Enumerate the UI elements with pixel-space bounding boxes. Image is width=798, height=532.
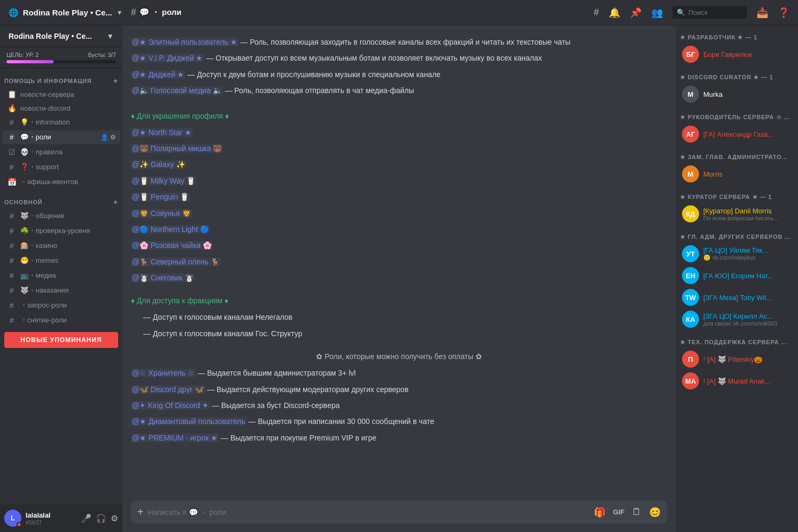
mention-dj[interactable]: @★ Диджей ★ (131, 70, 185, 79)
mention-banner[interactable]: НОВЫЕ УПОМИНАНИЯ (4, 332, 118, 348)
role-polar-bear: @🐻 Полярный мишка 🐻 (122, 140, 676, 156)
channel-actions: 👤 ⚙ (101, 134, 116, 141)
role-premium: @★ PREMIUM - игрок ★ — Выдается при поку… (122, 430, 676, 446)
channel-nakazania[interactable]: # 🐺・наказания (2, 284, 120, 297)
channel-kazino[interactable]: # 🎰・казино (2, 239, 120, 253)
mention-polar-bear[interactable]: @🐻 Полярный мишка 🐻 (131, 144, 223, 153)
channel-pravila[interactable]: ☑ 💀・правила (2, 145, 120, 159)
member-egorim[interactable]: ЕН [ГА ЮО] Егорим Нат... (678, 265, 796, 286)
channel-header: # 💬 ・ роли (131, 7, 594, 18)
boost-bar (6, 60, 116, 63)
attach-button[interactable]: + (137, 506, 144, 518)
settings-icon[interactable]: ⚙ (111, 513, 118, 523)
member-sub: для связи: vk.com/smok003 (703, 320, 792, 327)
mention-discord-drug[interactable]: @🦋 Discord друг 🦋 (131, 385, 205, 394)
channel-information[interactable]: # 💡・information (2, 115, 120, 129)
channel-snyatie-roli[interactable]: # ・снятие-роли (2, 313, 120, 327)
member-piterskiy[interactable]: П ! [A] 🐺 Piterskiy🎃 (678, 348, 796, 370)
headphones-icon[interactable]: 🎧 (96, 513, 106, 523)
member-category-other-servers: ★ ГЛ. АДМ. ДРУГИХ СЕРВЕРОВ ... (676, 225, 798, 243)
mention-king-of-discord[interactable]: @✦ King Of Discord ✦ (131, 401, 210, 410)
left-sidebar: Rodina Role Play • Ce... ▼ ЦЕЛЬ: УР. 2 Б… (0, 26, 122, 532)
mention-severny-olen[interactable]: @🦌 Северный олень 🦌 (131, 257, 221, 266)
search-placeholder: Поиск (688, 9, 708, 16)
mention-galaxy[interactable]: @✨ Galaxy ✨ (131, 160, 186, 169)
member-murad[interactable]: МА ! [A] 🐺 Murad Anak... (678, 370, 796, 392)
pin-icon[interactable]: 📌 (630, 7, 642, 19)
gift-icon[interactable]: 🎁 (594, 506, 605, 518)
hash-channel-icon: # (6, 212, 17, 220)
member-uyliam[interactable]: УТ [ГА ЦО] Уйлям Тяк... 🙂 vk.com/mitayku… (678, 243, 796, 264)
bell-icon[interactable]: 🔔 (609, 7, 620, 19)
boost-count-label: Бусты: 3/7 (88, 52, 116, 58)
mention-north-star[interactable]: @★ North Star ★ (131, 128, 193, 137)
member-info: [ГА ЦО] Уйлям Тяк... 🙂 vk.com/mitaykus (703, 246, 792, 261)
mention-sovunya[interactable]: @🦁 Совунья 🦁 (131, 209, 192, 218)
boost-fill (6, 60, 54, 63)
help-icon[interactable]: ❓ (778, 7, 789, 19)
checkbox-icon: ☑ (6, 148, 17, 156)
emoji-icon[interactable]: 😊 (649, 506, 661, 518)
channel-novosti-discord[interactable]: 🔥 новости-discord (2, 102, 120, 114)
channel-novosti-servera[interactable]: 📋 новости-сервера (2, 88, 120, 101)
member-category-dev: ★ РАЗРАБОТЧИК ★ — 1 (676, 26, 798, 43)
channel-proverka[interactable]: # ☘️・проверка-уровня (2, 224, 120, 238)
role-severny-olen: @🦌 Северный олень 🦌 (122, 254, 676, 270)
message-dj: @★ Диджей ★ — Доступ к двум ботам и прос… (122, 66, 676, 82)
hashtag-icon[interactable]: # (594, 7, 599, 18)
member-borya[interactable]: БГ Боря Гаврилюк (678, 44, 796, 65)
add-channel-main-button[interactable]: + (113, 198, 118, 206)
members-icon[interactable]: 👥 (651, 7, 663, 19)
top-bar: 🌐 Rodina Role Play • Ce... ▼ # 💬 ・ роли … (0, 0, 798, 26)
announce-icon: 📅 (6, 178, 17, 186)
announce-icon: 📋 (6, 90, 17, 98)
mention-rozovaya-chayka[interactable]: @🌸 Розовая чайка 🌸 (131, 241, 213, 250)
user-info: lalalalal #5637 (26, 511, 77, 526)
member-kirill[interactable]: КА [ЗГА ЦО] Кирилл Ас... для связи: vk.c… (678, 309, 796, 330)
hash-channel-icon: # (6, 118, 17, 127)
channel-obshenie[interactable]: # 🐺・общение (2, 209, 120, 223)
category-help-label: ПОМОЩЬ И ИНФОРМАЦИЯ (4, 78, 92, 84)
server-title: Rodina Role Play • Ce... (9, 32, 92, 40)
mention-penguin[interactable]: @🥛 Penguin 🥛 (131, 193, 190, 201)
member-name: [Куратор] Danil Morris (703, 207, 792, 215)
member-name: [ГА] Александр Газа... (703, 130, 792, 138)
mention-milky-way[interactable]: @🥛 Milky Way 🥛 (131, 177, 196, 185)
server-header[interactable]: Rodina Role Play • Ce... ▼ (0, 26, 122, 47)
member-danil[interactable]: КД [Куратор] Danil Morris По всем вопрос… (678, 203, 796, 225)
member-morris[interactable]: M Morris (678, 163, 796, 185)
server-name-header[interactable]: 🌐 Rodina Role Play • Ce... ▼ (9, 8, 131, 18)
channel-name: ・запрос-роли (20, 301, 116, 310)
mention-diamond[interactable]: @★ Диамантовый пользователь (131, 417, 246, 426)
user-avatar: L (4, 510, 21, 527)
user-tag-label: #5637 (26, 519, 77, 526)
channel-media[interactable]: # 📺・медиа (2, 269, 120, 282)
mention-khranitel[interactable]: @☆ Хранитель ☆ (131, 369, 196, 377)
channel-memes[interactable]: # 😁・memes (2, 254, 120, 268)
mention-vip-dj[interactable]: @★ V.I.P. Диджей ★ (131, 54, 204, 62)
gif-icon[interactable]: GIF (613, 508, 625, 516)
sticker-icon[interactable]: 🗒 (632, 506, 642, 518)
member-toby[interactable]: TW [ЗГА Mesa] Toby Wil... (678, 287, 796, 308)
role-sovunya: @🦁 Совунья 🦁 (122, 205, 676, 221)
mention-snegovik[interactable]: @☃️ Снеговик ☃️ (131, 273, 195, 282)
search-box[interactable]: 🔍 Поиск (672, 6, 747, 19)
inbox-icon[interactable]: 📥 (757, 7, 768, 19)
add-channel-button[interactable]: + (113, 77, 118, 85)
mention-premium[interactable]: @★ PREMIUM - игрок ★ (131, 434, 219, 442)
mention-elite[interactable]: @★ Элитный пользователь ★ (131, 38, 238, 46)
channel-support[interactable]: # ❓・support (2, 160, 120, 174)
mention-voice-media[interactable]: @🔈 Голосовой медиа 🔈 (131, 86, 223, 95)
channel-roli[interactable]: # 💬・роли 👤 ⚙ (2, 130, 120, 144)
channel-afisha[interactable]: 📅 ・афиша-ивентов (2, 175, 120, 189)
mention-northern-light[interactable]: @🔵 Northern Light 🔵 (131, 225, 210, 234)
member-murka[interactable]: M Murka (678, 84, 796, 105)
channel-zapros-roli[interactable]: # ・запрос-роли (2, 298, 120, 312)
member-sub: По всем вопросам писать... (703, 215, 792, 221)
microphone-icon[interactable]: 🎤 (81, 513, 92, 523)
member-gazа[interactable]: АГ [ГА] Александр Газа... (678, 123, 796, 145)
main-layout: Rodina Role Play • Ce... ▼ ЦЕЛЬ: УР. 2 Б… (0, 26, 798, 532)
message-input[interactable] (148, 508, 590, 517)
role-northern-light: @🔵 Northern Light 🔵 (122, 221, 676, 237)
faction-title: ♦ Для доступа к фракциям ♦ (131, 296, 228, 305)
